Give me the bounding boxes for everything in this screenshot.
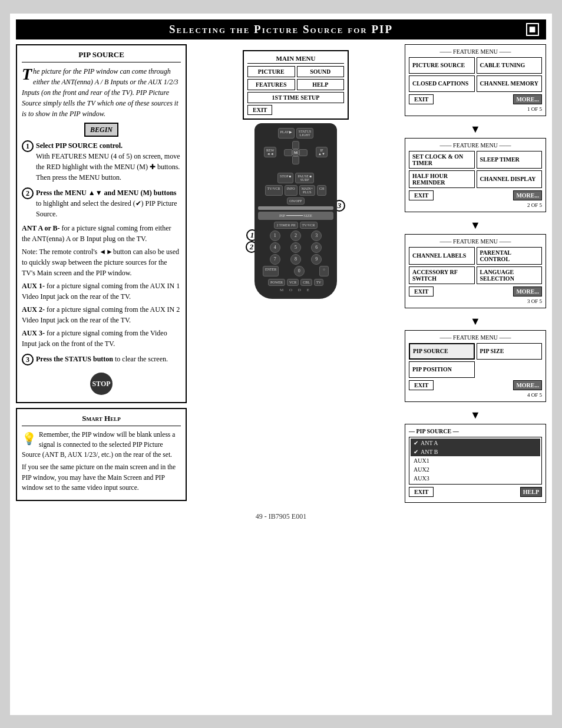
smart-help-box: Smart Help 💡 Remember, the PIP window wi… [16,408,187,502]
menu-item-help: HELP [297,79,345,90]
step-3-row: 3 Press the STATUS button to clear the s… [22,354,181,365]
step-2-row: 2 Press the MENU ▲▼ and MENU (M) buttons… [22,187,181,219]
fm4-empty [477,361,543,378]
corner-box: ■ [526,23,539,36]
center-col-inner: MAIN MENU PICTURE SOUND FEATURES HELP 1S… [243,50,349,299]
remote-dash-btn: ○ [319,266,329,276]
remote-btn-1: 1 [270,230,280,241]
fm2-exit: EXIT [409,190,434,200]
pip-source-title: PIP SOURCE [22,50,181,62]
pip-option-aux1: AUX1 [411,456,540,465]
step-2-extra: ANT A or B- for a picture signal coming … [22,223,181,349]
remote-btn-0: 0 [294,266,305,276]
remote-pip-bar [258,206,333,210]
fm1-exit: EXIT [409,94,434,104]
fm4-pip-source: PIP SOURCE [409,343,475,360]
remote-play-btn: PLAY▶ [278,128,295,139]
feature-menu-1-grid: PICTURE SOURCE CABLE TUNING CLOSED CAPTI… [409,57,542,92]
remote-mode-label: M O D E [258,288,333,292]
stop-button: STOP [90,373,113,395]
remote-wrapper: 2 1 3 PLAY▶ STATUSLIGHT [254,123,337,299]
menu-item-features: FEATURES [247,79,295,90]
remote-dpad-left [284,149,292,156]
feature-menu-1-footer: EXIT MORE... [409,94,542,104]
arrow-2: ▼ [405,219,546,232]
right-column: FEATURE MENU PICTURE SOURCE CABLE TUNING… [405,44,546,503]
remote-stop-btn: STOP ■ [277,173,293,183]
remote-timer-row: 2 TIMER PH TV/VCR [263,222,329,229]
remote-side-right: IF▲▼ [316,147,328,157]
remote-vcr-btn: VCR [287,279,299,286]
menu-item-picture: PICTURE [247,66,295,77]
pip-source-box: PIP SOURCE T he picture for the PIP wind… [16,44,187,403]
remote-dpad-center: M [292,149,300,157]
step-1-circle: 1 [22,140,34,152]
feature-menu-2-footer: EXIT MORE... [409,190,542,200]
smart-help-title: Smart Help [22,414,181,426]
main-menu-exit: EXIT [247,105,272,115]
pip-source-final-footer: EXIT HELP [409,487,542,497]
remote-onoff-btn: ON/OFF [287,197,304,205]
fm3-rf-switch: ACCESSORY RF SWITCH [409,266,475,284]
arrow-1: ▼ [405,123,546,136]
remote-main-plus-btn: MAIN+PLUS [299,185,315,196]
remote-btn-4: 4 [270,242,280,253]
begin-button: BEGIN [84,123,118,137]
feature-menu-2: FEATURE MENU SET CLOCK & ON TIMER SLEEP … [405,138,546,212]
left-column: PIP SOURCE T he picture for the PIP wind… [16,44,187,503]
remote-status-btn: STATUSLIGHT [296,128,314,139]
pip-source-content: T he picture for the PIP window can come… [22,66,181,397]
fm4-exit: EXIT [409,380,434,390]
remote-dpad-right [299,149,308,156]
fm1-cable-tuning: CABLE TUNING [477,57,543,74]
arrow-4: ▼ [405,409,546,421]
remote-rew-btn-area: REW◄◄ [264,147,276,157]
fm2-sleep: SLEEP TIMER [477,151,543,169]
feature-menu-3: FEATURE MENU CHANNEL LABELS PARENTAL CON… [405,234,546,308]
feature-menu-3-footer: EXIT MORE... [409,286,542,297]
fm3-more: MORE... [513,286,542,297]
step-1-content: Select PIP SOURCE control. With FEATURES… [36,140,181,183]
feature-menu-2-title: FEATURE MENU [409,142,542,149]
remote-tv-vcr-btn: TV/VCR [265,185,283,196]
remote-ch-btn: CH [317,185,326,196]
feature-menu-3-title: FEATURE MENU [409,238,542,245]
arrow-3: ▼ [405,315,546,328]
center-column: MAIN MENU PICTURE SOUND FEATURES HELP 1S… [191,44,400,503]
title-bar: Selecting the Picture Source for PIP ■ [16,19,546,39]
fm3-parental: PARENTAL CONTROL [477,247,543,265]
remote-mode-text: M O D E [280,288,312,292]
remote-btn-7: 7 [270,254,280,265]
step-3-content: Press the STATUS button to clear the scr… [36,354,168,364]
remote-enter-btn: ENTER [263,266,279,276]
remote-dpad-up [292,141,299,149]
pip-final-help: HELP [520,487,542,497]
stop-button-area: STOP [22,370,181,397]
remote-top-row: PLAY▶ STATUSLIGHT [258,128,333,139]
menu-item-sound: SOUND [297,66,345,77]
fm2-page: 2 OF 5 [409,202,542,208]
remote-btn-6: 6 [311,242,322,253]
feature-menu-2-grid: SET CLOCK & ON TIMER SLEEP TIMER HALF HO… [409,151,542,188]
step-1-row: 1 Select PIP SOURCE control. With FEATUR… [22,140,181,183]
feature-menu-1: FEATURE MENU PICTURE SOURCE CABLE TUNING… [405,44,546,116]
remote-pip-btn: PIP ━━━━━━━ SIZE [258,212,333,220]
fm2-clock: SET CLOCK & ON TIMER [409,151,475,169]
remote-dpad: M [284,141,308,164]
feature-menu-3-grid: CHANNEL LABELS PARENTAL CONTROL ACCESSOR… [409,247,542,284]
pip-source-final-title: — PIP SOURCE — [409,428,542,434]
main-menu-exit-row: EXIT [247,105,344,115]
remote-dpad-area: M IF▲▼ REW◄◄ [258,141,333,170]
content-area: PIP SOURCE T he picture for the PIP wind… [16,44,546,503]
fm1-more: MORE... [513,94,542,104]
remote-btn-3: 3 [311,230,322,241]
step-2-circle: 2 [22,187,34,199]
lightbulb-icon: 💡 [22,430,37,447]
remote-power-btn: POWER [268,279,285,286]
main-menu-title: MAIN MENU [247,55,344,64]
remote-num-grid: 1 2 3 4 5 6 7 8 9 [265,230,326,265]
fm3-page: 3 OF 5 [409,298,542,304]
menu-item-setup: 1ST TIME SETUP [247,92,344,103]
pip-option-ant-a: ✔ ANT A [411,439,540,447]
remote-btn-2: 2 [290,230,301,241]
